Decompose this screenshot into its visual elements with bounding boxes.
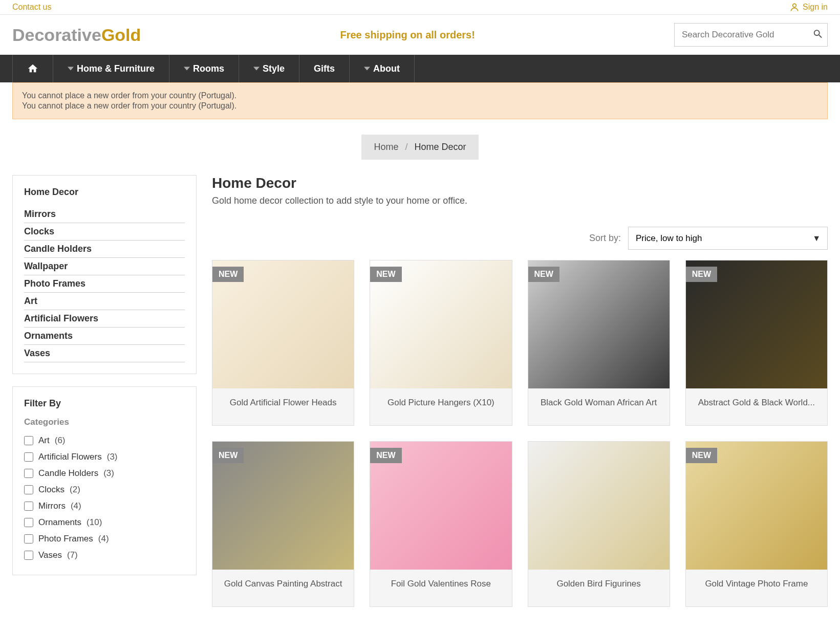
page-description: Gold home decor collection to add style … (212, 195, 828, 206)
product-card[interactable]: NEWGold Vintage Photo Frame (685, 441, 828, 607)
product-card[interactable]: NEWGold Picture Hangers (X10) (370, 260, 512, 426)
search-button[interactable] (812, 29, 824, 41)
filter-checkbox[interactable] (24, 502, 33, 511)
chevron-down-icon (364, 66, 370, 72)
site-logo[interactable]: DecorativeGold (12, 25, 141, 45)
filter-subtitle: Categories (24, 417, 185, 427)
sort-select[interactable]: Price, low to high (628, 227, 828, 250)
filter-item: Artificial Flowers (3) (24, 449, 185, 465)
free-shipping-banner: Free shipping on all orders! (340, 29, 475, 41)
filter-item: Ornaments (10) (24, 514, 185, 531)
breadcrumb-home[interactable]: Home (374, 142, 398, 152)
filter-label[interactable]: Clocks (38, 485, 64, 495)
product-card[interactable]: NEWGold Canvas Painting Abstract (212, 441, 354, 607)
category-link[interactable]: Vases (24, 348, 50, 358)
product-card[interactable]: NEWBlack Gold Woman African Art (528, 260, 670, 426)
category-item: Photo Frames (24, 275, 185, 293)
filter-checkbox[interactable] (24, 534, 33, 543)
alert-line: You cannot place a new order from your c… (22, 91, 818, 100)
product-title: Gold Picture Hangers (X10) (370, 388, 511, 425)
chevron-down-icon (253, 66, 260, 72)
filter-label[interactable]: Artificial Flowers (38, 452, 102, 462)
search-input[interactable] (674, 23, 828, 47)
category-link[interactable]: Artificial Flowers (24, 313, 98, 323)
category-item: Ornaments (24, 328, 185, 345)
product-title: Foil Gold Valentines Rose (370, 570, 511, 606)
category-link[interactable]: Wallpaper (24, 261, 68, 271)
filter-checkbox[interactable] (24, 452, 33, 462)
user-icon (789, 2, 800, 12)
category-box: Home Decor MirrorsClocksCandle HoldersWa… (12, 175, 197, 374)
new-badge: NEW (212, 267, 244, 282)
category-link[interactable]: Art (24, 296, 37, 306)
filter-item: Photo Frames (4) (24, 531, 185, 547)
product-card[interactable]: NEWAbstract Gold & Black World... (685, 260, 828, 426)
product-image: NEW (686, 442, 827, 570)
product-image: NEW (686, 260, 827, 388)
filter-label[interactable]: Mirrors (38, 501, 66, 511)
logo-part1: Decorative (12, 25, 101, 45)
category-item: Candle Holders (24, 241, 185, 258)
category-item: Art (24, 293, 185, 310)
breadcrumb-current: Home Decor (415, 142, 466, 152)
category-item: Clocks (24, 223, 185, 241)
nav-home[interactable] (12, 55, 53, 82)
product-card[interactable]: NEWGold Artificial Flower Heads (212, 260, 354, 426)
product-title: Black Gold Woman African Art (528, 388, 670, 425)
product-card[interactable]: NEWFoil Gold Valentines Rose (370, 441, 512, 607)
filter-item: Vases (7) (24, 547, 185, 563)
new-badge: NEW (528, 267, 559, 282)
filter-checkbox[interactable] (24, 436, 33, 445)
product-title: Gold Canvas Painting Abstract (212, 570, 354, 606)
nav-gifts[interactable]: Gifts (299, 55, 350, 82)
filter-checkbox[interactable] (24, 518, 33, 527)
category-item: Mirrors (24, 206, 185, 223)
nav-home-furniture[interactable]: Home & Furniture (53, 55, 169, 82)
category-link[interactable]: Photo Frames (24, 278, 85, 289)
filter-checkbox[interactable] (24, 485, 33, 494)
filter-count: (4) (71, 501, 81, 511)
product-image: NEW (212, 260, 354, 388)
filter-count: (4) (98, 534, 109, 544)
category-item: Vases (24, 345, 185, 362)
category-item: Artificial Flowers (24, 310, 185, 328)
filter-count: (2) (70, 485, 80, 495)
nav-style[interactable]: Style (239, 55, 299, 82)
product-image: NEW (370, 442, 511, 570)
filter-label[interactable]: Art (38, 436, 50, 446)
category-title: Home Decor (24, 187, 185, 198)
filter-checkbox[interactable] (24, 469, 33, 478)
category-link[interactable]: Ornaments (24, 331, 73, 341)
new-badge: NEW (212, 448, 244, 463)
nav-rooms[interactable]: Rooms (169, 55, 239, 82)
product-card[interactable]: Golden Bird Figurines (528, 441, 670, 607)
filter-label[interactable]: Ornaments (38, 517, 81, 528)
contact-link[interactable]: Contact us (12, 3, 51, 12)
filter-label[interactable]: Candle Holders (38, 468, 98, 478)
product-image: NEW (212, 442, 354, 570)
page-title: Home Decor (212, 175, 828, 191)
category-link[interactable]: Clocks (24, 226, 54, 236)
new-badge: NEW (370, 448, 401, 463)
category-link[interactable]: Mirrors (24, 209, 56, 219)
chevron-down-icon (184, 66, 190, 72)
logo-part2: Gold (101, 25, 141, 45)
filter-label[interactable]: Vases (38, 550, 62, 560)
filter-title: Filter By (24, 398, 185, 409)
svg-point-0 (793, 4, 796, 7)
filter-item: Mirrors (4) (24, 498, 185, 514)
filter-item: Art (6) (24, 432, 185, 449)
product-title: Abstract Gold & Black World... (686, 388, 827, 425)
signin-link[interactable]: Sign in (789, 2, 828, 12)
filter-checkbox[interactable] (24, 551, 33, 560)
product-title: Golden Bird Figurines (528, 570, 670, 606)
filter-label[interactable]: Photo Frames (38, 534, 93, 544)
nav-about[interactable]: About (350, 55, 415, 82)
category-link[interactable]: Candle Holders (24, 244, 92, 254)
filter-item: Clocks (2) (24, 482, 185, 498)
product-image (528, 442, 670, 570)
new-badge: NEW (686, 267, 717, 282)
product-image: NEW (528, 260, 670, 388)
product-image: NEW (370, 260, 511, 388)
filter-count: (3) (103, 468, 114, 478)
